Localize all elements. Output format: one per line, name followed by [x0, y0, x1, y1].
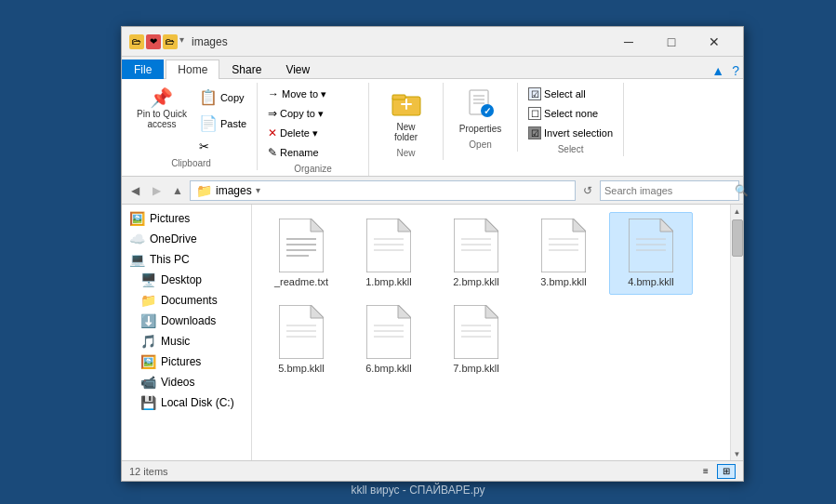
new-folder-icon: [391, 88, 421, 122]
sidebar-item-this-pc[interactable]: 💻 This PC: [122, 249, 251, 270]
pictures2-icon: 🖼️: [140, 354, 156, 369]
sidebar-label-local-disk: Local Disk (C:): [161, 396, 234, 409]
svg-marker-32: [660, 219, 673, 232]
file-icon: [279, 305, 324, 359]
sidebar-item-local-disk[interactable]: 💾 Local Disk (C:): [122, 392, 251, 413]
new-label: New: [397, 148, 416, 158]
sidebar-label-documents: Documents: [161, 294, 218, 307]
file-item[interactable]: 7.bmp.kkll: [434, 298, 518, 381]
svg-text:✓: ✓: [484, 106, 491, 116]
delete-button[interactable]: ✕ Delete ▾: [263, 124, 363, 142]
file-name: 6.bmp.kkll: [365, 363, 412, 375]
open-group: ✓ Properties Open: [444, 83, 518, 152]
organize-label: Organize: [294, 164, 332, 174]
properties-button[interactable]: ✓ Properties: [454, 85, 508, 138]
window-title: images: [192, 35, 607, 48]
forward-button[interactable]: ▶: [147, 181, 166, 200]
invert-selection-button[interactable]: ☑ Invert selection: [524, 124, 617, 142]
sidebar-label-music: Music: [161, 335, 190, 348]
scissors-button[interactable]: ✂: [194, 137, 251, 156]
refresh-button[interactable]: ↺: [578, 181, 597, 200]
svg-rect-1: [392, 95, 405, 99]
new-folder-button[interactable]: Newfolder: [386, 85, 427, 146]
rename-label: Rename: [280, 147, 319, 158]
sidebar-item-downloads[interactable]: ⬇️ Downloads: [122, 311, 251, 331]
file-item[interactable]: 2.bmp.kkll: [434, 212, 518, 295]
select-none-button[interactable]: ☐ Select none: [524, 104, 617, 123]
copy-button[interactable]: 📋 Copy: [194, 85, 251, 110]
title-controls: ─ □ ✕: [607, 27, 736, 57]
scissors-icon: ✂: [199, 139, 209, 153]
large-icons-view-button[interactable]: ⊞: [717, 464, 736, 479]
address-bar: ◀ ▶ ▲ 📁 images ▾ ↺ 🔍: [122, 177, 743, 205]
open-items: ✓ Properties: [454, 85, 508, 138]
sidebar-label-downloads: Downloads: [161, 314, 216, 327]
close-button[interactable]: ✕: [693, 27, 736, 57]
select-items: ☑ Select all ☐ Select none ☑ Invert sele…: [524, 85, 617, 142]
details-view-button[interactable]: ≡: [697, 464, 715, 479]
sidebar-item-pictures2[interactable]: 🖼️ Pictures: [122, 351, 251, 372]
paste-button[interactable]: 📄 Paste: [194, 111, 251, 136]
pin-label: Pin to Quickaccess: [137, 109, 187, 129]
vertical-scrollbar[interactable]: ▲ ▼: [730, 205, 743, 460]
tab-file[interactable]: File: [122, 60, 164, 79]
sidebar-item-onedrive[interactable]: ☁️ OneDrive: [122, 229, 251, 249]
file-icon: [629, 219, 673, 272]
desktop-icon: 🖥️: [140, 272, 156, 287]
maximize-button[interactable]: □: [650, 27, 693, 57]
sidebar-label-pictures2: Pictures: [161, 355, 201, 368]
scroll-thumb[interactable]: [732, 219, 743, 257]
videos-icon: 📹: [140, 375, 156, 390]
item-count: 12 items: [129, 466, 168, 477]
ribbon: File Home Share View ▲ ? 📌 Pin to Quicka…: [122, 57, 743, 177]
svg-marker-22: [485, 219, 498, 232]
organize-items: → Move to ▾ ⇒ Copy to ▾ ✕ Delete ▾ ✎ Ren…: [263, 85, 363, 162]
file-item[interactable]: _readme.txt: [259, 212, 343, 295]
copy-to-button[interactable]: ⇒ Copy to ▾: [263, 104, 363, 123]
back-button[interactable]: ◀: [126, 181, 144, 200]
search-input[interactable]: [604, 185, 733, 196]
sidebar-item-music[interactable]: 🎵 Music: [122, 331, 251, 351]
view-icons: ≡ ⊞: [697, 464, 736, 479]
address-input[interactable]: 📁 images ▾: [190, 180, 576, 201]
file-item[interactable]: 6.bmp.kkll: [347, 298, 431, 381]
folder-breadcrumb-icon: 📁: [196, 183, 212, 198]
sidebar-item-pictures[interactable]: 🖼️ Pictures: [122, 208, 251, 229]
tab-view[interactable]: View: [273, 60, 322, 79]
file-item[interactable]: 4.bmp.kkll: [609, 212, 693, 295]
file-item[interactable]: 1.bmp.kkll: [347, 212, 431, 295]
help-button[interactable]: ?: [728, 63, 743, 78]
paste-label: Paste: [220, 118, 246, 129]
up-button[interactable]: ▲: [168, 181, 187, 200]
file-item[interactable]: 5.bmp.kkll: [259, 298, 343, 381]
file-icon: [454, 219, 498, 272]
search-box[interactable]: 🔍: [600, 180, 739, 201]
tab-home[interactable]: Home: [166, 60, 219, 79]
tab-share[interactable]: Share: [219, 60, 273, 79]
scroll-up[interactable]: ▲: [731, 205, 744, 218]
rename-button[interactable]: ✎ Rename: [263, 143, 363, 162]
file-item[interactable]: 3.bmp.kkll: [522, 212, 605, 295]
pin-button[interactable]: 📌 Pin to Quickaccess: [131, 85, 192, 133]
sidebar-item-videos[interactable]: 📹 Videos: [122, 372, 251, 392]
file-icon: [366, 305, 411, 359]
sidebar-item-documents[interactable]: 📁 Documents: [122, 290, 251, 311]
folder-icon2: 🗁: [163, 34, 178, 49]
sidebar-item-desktop[interactable]: 🖥️ Desktop: [122, 270, 251, 290]
minimize-button[interactable]: ─: [607, 27, 650, 57]
ribbon-expand[interactable]: ▲: [708, 63, 728, 78]
file-name: _readme.txt: [274, 276, 328, 288]
svg-marker-47: [485, 305, 498, 318]
explorer-window: 🗁 ❤ 🗁 ▾ images ─ □ ✕ File Home Share Vie…: [121, 26, 744, 482]
sidebar-label-this-pc: This PC: [150, 253, 190, 266]
clipboard-items: 📌 Pin to Quickaccess 📋 Copy 📄 Paste: [131, 85, 251, 156]
move-to-button[interactable]: → Move to ▾: [263, 85, 363, 103]
file-name: 5.bmp.kkll: [278, 363, 325, 375]
copy-icon: 📋: [199, 88, 218, 106]
red-icon: ❤: [146, 34, 161, 49]
select-all-button[interactable]: ☑ Select all: [524, 85, 617, 103]
scroll-down[interactable]: ▼: [731, 447, 744, 460]
path-arrow: ▾: [256, 185, 260, 195]
new-folder-label: Newfolder: [394, 122, 418, 142]
ribbon-content: 📌 Pin to Quickaccess 📋 Copy 📄 Paste: [122, 79, 743, 177]
